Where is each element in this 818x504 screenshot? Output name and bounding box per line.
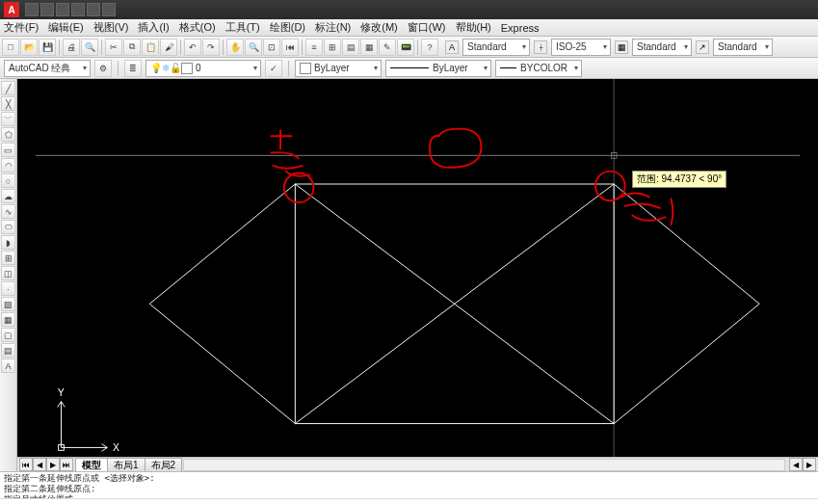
- titlebar: A: [0, 0, 818, 19]
- menu-window[interactable]: 窗口(W): [408, 20, 446, 35]
- color-combo[interactable]: ByLayer: [295, 60, 382, 77]
- hscrollbar[interactable]: [183, 459, 785, 471]
- tablestyle-combo[interactable]: Standard: [632, 39, 692, 56]
- layer-manager-button[interactable]: ≣: [124, 60, 142, 77]
- rectangle-tool[interactable]: ▭: [1, 143, 15, 157]
- pline-tool[interactable]: ﹀: [1, 112, 15, 126]
- menu-view[interactable]: 视图(V): [93, 20, 129, 35]
- separator: [302, 40, 303, 55]
- app-logo[interactable]: A: [4, 2, 19, 17]
- revcloud-tool[interactable]: ☁: [1, 189, 15, 203]
- linetype-combo[interactable]: ByLayer: [385, 60, 491, 77]
- lineweight-label: BYCOLOR: [520, 63, 567, 73]
- mleaderstyle-icon[interactable]: ↗: [696, 40, 709, 54]
- menu-format[interactable]: 格式(O): [179, 20, 216, 35]
- gradient-tool[interactable]: ▦: [1, 312, 15, 327]
- layer-name: 0: [196, 63, 201, 73]
- new-button[interactable]: □: [2, 39, 19, 56]
- dimstyle-combo[interactable]: ISO-25: [551, 39, 611, 56]
- hscroll-left-icon[interactable]: ◀: [789, 458, 803, 471]
- point-tool[interactable]: ·: [1, 281, 15, 296]
- zoom-previous-button[interactable]: ⏮: [281, 39, 299, 56]
- qat-more-icon[interactable]: [102, 3, 116, 16]
- line-tool[interactable]: ╱: [1, 81, 15, 95]
- insert-tool[interactable]: ⊞: [1, 251, 15, 265]
- drawing-canvas[interactable]: X Y 范围: 94.4737 < 90°: [17, 79, 818, 457]
- menu-express[interactable]: Express: [501, 22, 540, 34]
- menubar: 文件(F) 编辑(E) 视图(V) 插入(I) 格式(O) 工具(T) 绘图(D…: [0, 19, 818, 37]
- toolpalette-button[interactable]: ▤: [342, 39, 359, 56]
- layer-lock-icon: 🔓: [170, 63, 181, 73]
- matchprop-button[interactable]: 🖌: [160, 39, 177, 56]
- spline-tool[interactable]: ∿: [1, 204, 15, 219]
- workspace-combo[interactable]: AutoCAD 经典: [4, 60, 91, 77]
- menu-insert[interactable]: 插入(I): [138, 20, 169, 35]
- xline-tool[interactable]: ╳: [1, 96, 15, 111]
- cmd-line-2: 指定第二条延伸线原点:: [4, 484, 814, 494]
- tablestyle-icon[interactable]: ▦: [615, 40, 628, 54]
- menu-tools[interactable]: 工具(T): [225, 20, 260, 35]
- designcenter-button[interactable]: ⊞: [324, 39, 341, 56]
- workspace-settings-icon[interactable]: ⚙: [94, 60, 112, 77]
- markup-button[interactable]: ✎: [379, 39, 396, 56]
- save-button[interactable]: 💾: [39, 39, 56, 56]
- menu-edit[interactable]: 编辑(E): [48, 20, 84, 35]
- redo-button[interactable]: ↷: [202, 39, 220, 56]
- polygon-tool[interactable]: ⬠: [1, 127, 15, 142]
- menu-draw[interactable]: 绘图(D): [270, 20, 305, 35]
- tab-last-icon[interactable]: ⏭: [60, 458, 73, 471]
- block-tool[interactable]: ◫: [1, 266, 15, 280]
- layer-states-button[interactable]: ✓: [265, 60, 282, 77]
- hscroll-right-icon[interactable]: ▶: [803, 458, 816, 471]
- print-button[interactable]: 🖨: [63, 39, 80, 56]
- menu-help[interactable]: 帮助(H): [456, 20, 491, 35]
- qat-undo-icon[interactable]: [71, 3, 85, 16]
- help-button[interactable]: ?: [421, 39, 438, 56]
- tab-model[interactable]: 模型: [75, 458, 108, 471]
- tab-layout1[interactable]: 布局1: [107, 458, 145, 471]
- dynamic-input-tooltip: 范围: 94.4737 < 90°: [632, 171, 726, 188]
- mleaderstyle-combo[interactable]: Standard: [713, 39, 773, 56]
- calc-button[interactable]: 📟: [397, 39, 414, 56]
- table-tool[interactable]: ▤: [1, 343, 15, 358]
- layer-freeze-icon: ❄: [162, 63, 170, 73]
- pan-button[interactable]: ✋: [226, 39, 244, 56]
- textstyle-icon[interactable]: A: [445, 40, 459, 54]
- hatch-tool[interactable]: ▨: [1, 297, 15, 311]
- layer-combo[interactable]: 💡 ❄ 🔓 0: [145, 60, 261, 77]
- menu-dimension[interactable]: 标注(N): [315, 20, 351, 35]
- arc-tool[interactable]: ◠: [1, 158, 15, 172]
- textstyle-combo[interactable]: Standard: [462, 39, 530, 56]
- qat-redo-icon[interactable]: [87, 3, 100, 16]
- command-history[interactable]: 指定第一条延伸线原点或 <选择对象>: 指定第二条延伸线原点: 指定尺寸线位置或: [0, 471, 818, 498]
- mtext-tool[interactable]: A: [1, 358, 15, 373]
- undo-button[interactable]: ↶: [184, 39, 201, 56]
- tab-prev-icon[interactable]: ◀: [33, 458, 46, 471]
- ucs-y-label: Y: [58, 386, 65, 398]
- menu-file[interactable]: 文件(F): [4, 20, 39, 35]
- qat-open-icon[interactable]: [40, 3, 54, 16]
- qat-new-icon[interactable]: [25, 3, 39, 16]
- menu-modify[interactable]: 修改(M): [360, 20, 398, 35]
- ellipse-tool[interactable]: ⬭: [1, 220, 15, 234]
- dimstyle-icon[interactable]: ⟊: [534, 40, 547, 54]
- tooltip-value: 94.4737 < 90°: [662, 173, 723, 184]
- command-input[interactable]: [0, 498, 818, 504]
- cut-button[interactable]: ✂: [105, 39, 122, 56]
- region-tool[interactable]: ▢: [1, 328, 15, 342]
- tab-layout2[interactable]: 布局2: [145, 458, 183, 471]
- paste-button[interactable]: 📋: [142, 39, 159, 56]
- open-button[interactable]: 📂: [20, 39, 38, 56]
- tab-next-icon[interactable]: ▶: [46, 458, 60, 471]
- lineweight-combo[interactable]: BYCOLOR: [495, 60, 582, 77]
- ellipsearc-tool[interactable]: ◗: [1, 235, 15, 250]
- qat-save-icon[interactable]: [56, 3, 69, 16]
- preview-button[interactable]: 🔍: [81, 39, 98, 56]
- copy-button[interactable]: ⧉: [123, 39, 141, 56]
- zoom-window-button[interactable]: ⊡: [263, 39, 280, 56]
- tab-first-icon[interactable]: ⏮: [19, 458, 33, 471]
- zoom-realtime-button[interactable]: 🔍: [245, 39, 262, 56]
- sheetset-button[interactable]: ▦: [360, 39, 378, 56]
- circle-tool[interactable]: ○: [1, 173, 15, 188]
- properties-button[interactable]: ≡: [305, 39, 323, 56]
